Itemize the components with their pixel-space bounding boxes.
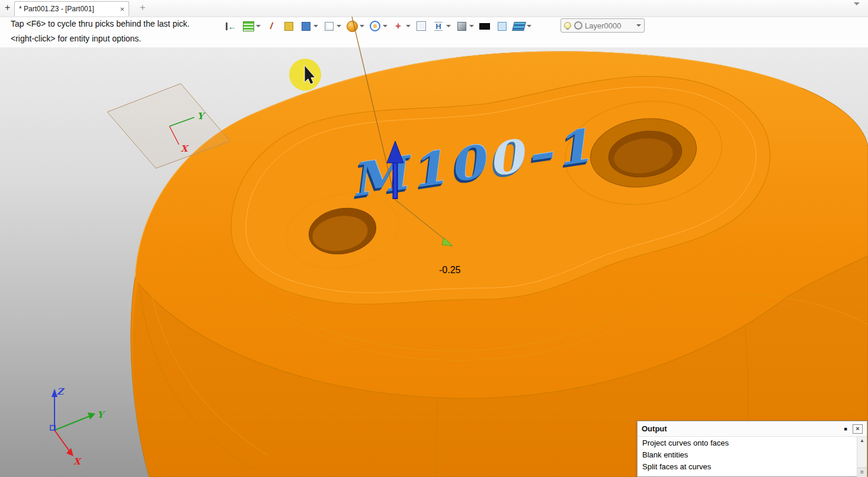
resize-grip-icon[interactable]: ≡ — [857, 468, 867, 477]
solid-box-blue-button[interactable] — [299, 19, 319, 33]
layer-selector-value: Layer0000 — [585, 21, 634, 30]
layer-manager-icon — [243, 21, 254, 31]
lightbulb-icon — [564, 22, 571, 29]
app-plus-icon[interactable]: + — [5, 2, 10, 13]
chevron-down-icon[interactable] — [406, 25, 411, 27]
blue-swatch-icon — [498, 22, 507, 31]
new-tab-button[interactable]: + — [140, 2, 145, 13]
chevron-down-icon[interactable] — [383, 25, 387, 27]
layer-stack-button[interactable] — [512, 19, 532, 33]
app-window: Y X Z Y X M100–1 -0.25 — [0, 0, 868, 477]
axis-cross-icon: + — [395, 21, 401, 31]
output-body: Project curves onto faces Blank entities… — [638, 437, 867, 477]
plane-icon — [417, 21, 426, 31]
output-line: Project curves onto faces — [642, 437, 854, 449]
sphere-button[interactable] — [345, 19, 365, 33]
wireframe-box-icon — [325, 22, 334, 31]
shaded-display-button[interactable] — [454, 19, 475, 33]
hatch-button[interactable]: H — [431, 19, 451, 33]
blue-swatch-button[interactable] — [495, 19, 509, 33]
chevron-down-icon[interactable] — [337, 25, 341, 27]
hint-line-1: Tap <F6> to cycle thru picks behind the … — [11, 19, 190, 28]
exit-sketch-button[interactable]: ← — [224, 19, 238, 33]
circle-target-icon — [370, 21, 380, 31]
output-scrollbar[interactable]: ▲ ≡ — [857, 437, 867, 477]
quick-toolbar: ← / + — [224, 18, 532, 34]
output-line: Blank entities — [642, 449, 854, 461]
solid-box-yellow-button[interactable] — [281, 19, 296, 33]
tab-title: * Part001.Z3 - [Part001] — [19, 5, 116, 13]
document-tab[interactable]: * Part001.Z3 - [Part001] × — [14, 1, 129, 16]
layer-color-icon — [574, 21, 582, 30]
scroll-up-icon[interactable]: ▲ — [857, 438, 867, 443]
hint-line-2: <right-click> for entity input options. — [11, 34, 141, 43]
chevron-down-icon[interactable] — [446, 25, 451, 27]
wireframe-box-button[interactable] — [322, 19, 342, 33]
tab-close-icon[interactable]: × — [120, 5, 124, 14]
brush-icon: / — [269, 21, 273, 31]
dropdown-caret-icon[interactable] — [636, 24, 641, 27]
black-swatch-icon — [479, 23, 490, 30]
chevron-down-icon[interactable] — [527, 25, 531, 27]
chevron-down-icon[interactable] — [313, 25, 318, 27]
chevron-down-icon[interactable] — [469, 25, 474, 27]
sphere-icon — [347, 21, 358, 32]
exit-sketch-icon: ← — [228, 22, 237, 31]
black-swatch-button[interactable] — [478, 19, 492, 33]
shaded-display-icon — [457, 22, 466, 31]
output-line: Split faces at curves — [642, 461, 854, 473]
layer-manager-button[interactable] — [241, 19, 261, 33]
chevron-down-icon[interactable] — [360, 25, 364, 27]
solid-box-blue-icon — [302, 22, 310, 31]
output-title-bar[interactable]: Output ■ × — [638, 421, 867, 437]
tab-bar: + * Part001.Z3 - [Part001] × + — [0, 0, 868, 17]
embossed-char: M — [347, 146, 414, 207]
layer-stack-icon — [512, 22, 526, 31]
axis-cross-button[interactable]: + — [391, 19, 411, 33]
hatch-icon: H — [434, 22, 442, 31]
output-pin-icon[interactable]: ■ — [844, 426, 847, 432]
output-title: Output — [642, 424, 667, 433]
chevron-down-icon[interactable] — [256, 25, 261, 27]
plane-button[interactable] — [414, 19, 428, 33]
embossed-char: 1 — [552, 119, 598, 177]
output-window: Output ■ × Project curves onto faces Bla… — [637, 421, 867, 477]
exit-door-bar — [226, 23, 228, 30]
solid-box-yellow-icon — [284, 22, 293, 31]
collapse-ribbon-icon[interactable] — [854, 5, 861, 16]
viewport-canvas[interactable] — [0, 47, 868, 477]
circle-target-button[interactable] — [368, 19, 388, 33]
brush-button[interactable]: / — [264, 19, 278, 33]
layer-selector[interactable]: Layer0000 — [560, 18, 645, 33]
output-close-icon[interactable]: × — [853, 424, 863, 434]
